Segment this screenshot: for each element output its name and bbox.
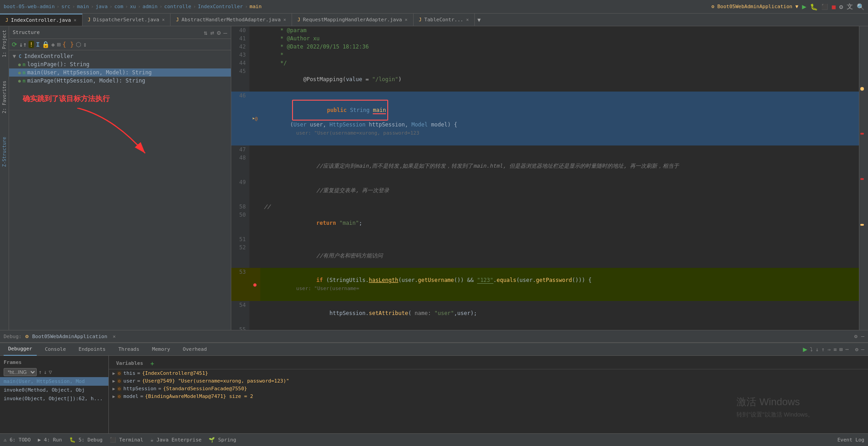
tab-close-icon[interactable]: × [73, 18, 76, 23]
top-bar: boot-05-web-admin › src › main › java › … [0, 0, 868, 14]
sort-az-icon[interactable]: ⇄ [210, 29, 214, 36]
tab-requestmapping[interactable]: J RequestMappingHandlerAdapter.java × [292, 14, 414, 26]
breadcrumb-item[interactable]: com [114, 4, 123, 10]
run-button[interactable]: ▶ [802, 2, 806, 11]
tab-close-icon[interactable]: × [283, 17, 286, 22]
var-value-model: {BindingAwareModelMap@7471} size = 2 [145, 393, 253, 399]
status-todo[interactable]: ⚠ 6: TODO [4, 437, 31, 443]
status-java-enterprise[interactable]: ☕ Java Enterprise [151, 437, 202, 443]
breakpoint-icon[interactable]: ● [253, 281, 256, 289]
settings-icon[interactable]: ⚙ [839, 3, 843, 10]
status-spring[interactable]: 🌱 Spring [209, 437, 236, 443]
frame-item-invoke0[interactable]: invoke0(Method, Object, Obj [0, 386, 108, 394]
debug-frames-btn[interactable]: ⊞ [839, 346, 843, 353]
breadcrumb-item[interactable]: src [61, 4, 70, 10]
breadcrumb-item[interactable]: java [96, 4, 108, 10]
debug-panel-settings[interactable]: ⚙ [854, 333, 858, 339]
tab-close-icon[interactable]: × [162, 17, 165, 22]
frame-filter-dropdown[interactable]: *ht...ING [4, 368, 37, 376]
tree-method-mianpage[interactable]: ● m mianPage(HttpSession, Model): String [9, 77, 231, 85]
breadcrumb-item[interactable]: main [77, 4, 89, 10]
add-variable-btn[interactable]: + [151, 360, 154, 367]
status-debug[interactable]: 🐛 5: Debug [69, 437, 103, 443]
breadcrumb-item[interactable]: controlle [164, 4, 191, 10]
debug-tab-console[interactable]: Console [40, 343, 70, 356]
tab-close-icon[interactable]: × [405, 17, 407, 22]
debug-panel-close[interactable]: — [861, 333, 864, 339]
status-run[interactable]: ▶ 4: Run [38, 437, 62, 443]
stop-button[interactable]: ■ [832, 3, 835, 10]
favorites-tab[interactable]: 2: Favorites [2, 79, 7, 115]
debug-tab-overhead[interactable]: Overhead [178, 343, 211, 356]
status-terminal[interactable]: ⬛ Terminal [110, 437, 143, 443]
debug-panel-settings-2[interactable]: ⚙ [855, 346, 858, 353]
debug-app-name[interactable]: Boot05WebAdminApplication [32, 334, 107, 339]
frame-up-btn[interactable]: ↑ [39, 369, 42, 375]
status-event-log[interactable]: Event Log [837, 437, 864, 443]
tab-dispatcherservlet[interactable]: J DispatcherServlet.java × [83, 14, 171, 26]
code-line-52: 52 //有用户名和密码方能访问 [231, 243, 859, 268]
debug-tab-endpoints[interactable]: Endpoints [74, 343, 110, 356]
toolbar-btn-6[interactable]: ◈ [51, 41, 55, 48]
frame-item-invoke[interactable]: invoke(Object, Object[]):62, h... [0, 394, 108, 403]
debug-step-over-btn[interactable]: ⤵ [810, 346, 813, 353]
expand-user[interactable]: ▶ [112, 378, 115, 383]
project-tab[interactable]: 1: Project [2, 28, 7, 59]
translate-icon[interactable]: 文 [847, 3, 853, 11]
tree-method-loginpage[interactable]: ● m loginPage(): String [9, 60, 231, 68]
expand-model[interactable]: ▶ [112, 394, 115, 399]
toolbar-btn-9[interactable]: ⬡ [76, 41, 81, 48]
tab-tablecontr[interactable]: J TableContr... × [414, 14, 475, 26]
toolbar-btn-10[interactable]: ↕ [83, 41, 87, 48]
breadcrumb-item[interactable]: boot-05-web-admin [4, 4, 55, 10]
toolbar-btn-1[interactable]: ⟳ [12, 41, 17, 48]
frame-down-btn[interactable]: ↓ [44, 369, 47, 375]
frame-item-main[interactable]: main(User, HttpSession, Mod [0, 377, 108, 386]
toolbar-btn-7[interactable]: ⊞ [57, 41, 60, 48]
expand-httpsession[interactable]: ▶ [112, 386, 115, 391]
debug-button[interactable]: 🐛 [810, 3, 818, 10]
close-structure-icon[interactable]: — [224, 29, 227, 36]
method-visibility-1: m [23, 62, 25, 67]
tab-close-icon[interactable]: × [466, 17, 469, 22]
debug-tab-memory[interactable]: Memory [147, 343, 175, 356]
code-line-48: 48 //应该重定向到main,而不是转发,如果是如下的转发，转发到了main.… [231, 154, 859, 178]
tree-root[interactable]: ▼ C IndexController [9, 52, 231, 60]
tree-method-main[interactable]: ● m main(User, HttpSession, Model): Stri… [9, 68, 231, 77]
debug-run-cursor-btn[interactable]: ⇒ [828, 346, 831, 353]
debug-evaluate-btn[interactable]: ≡ [834, 346, 837, 353]
debug-panel-minimize[interactable]: — [861, 346, 864, 353]
debug-step-out-btn[interactable]: ↑ [821, 346, 824, 353]
app-selector[interactable]: ⚙ Boot05WebAdminApplication ▼ [711, 4, 798, 10]
settings-structure-icon[interactable]: ⚙ [217, 29, 220, 36]
code-editor[interactable]: 40 * @param 41 * @Author xu 42 * @Date 2… [231, 26, 859, 330]
breadcrumb-item-class[interactable]: IndexController [198, 4, 243, 10]
debug-resume-btn[interactable]: ▶ [803, 345, 807, 354]
breadcrumb-item[interactable]: xu [130, 4, 136, 10]
breadcrumb-item[interactable]: admin [142, 4, 157, 10]
toolbar-btn-4[interactable]: I [36, 41, 39, 48]
frame-filter: *ht...ING ↑ ↓ ▽ [0, 367, 108, 377]
expand-this[interactable]: ▶ [112, 371, 115, 376]
breadcrumb-item-method[interactable]: main [249, 4, 262, 10]
tab-indexcontroller[interactable]: J IndexController.java × [0, 14, 83, 26]
code-line-55: 55 return "redirect:/main.html"; [231, 325, 859, 330]
debug-step-into-btn[interactable]: ↓ [815, 346, 819, 353]
structure-tab[interactable]: Z-Structure [2, 135, 7, 169]
debug-session-close[interactable]: × [113, 334, 116, 339]
sort-icon[interactable]: ⇅ [204, 29, 207, 36]
toolbar-btn-8[interactable]: { } [63, 41, 74, 48]
tab-overflow-icon[interactable]: ▼ [475, 17, 483, 23]
method-name-1: loginPage(): String [27, 61, 89, 68]
debug-tab-threads[interactable]: Threads [114, 343, 144, 356]
toolbar-btn-3[interactable]: ! [29, 41, 34, 48]
tab-abstracthandler[interactable]: J AbstractHandlerMethodAdapter.java × [171, 14, 292, 26]
frame-filter-btn[interactable]: ▽ [49, 369, 52, 375]
toolbar-btn-2[interactable]: ↓↑ [19, 41, 27, 48]
main-layout: 1: Project 2: Favorites Z-Structure Stru… [0, 26, 868, 330]
coverage-button[interactable]: ⬛ [821, 4, 828, 10]
debug-tab-debugger[interactable]: Debugger [4, 343, 37, 356]
debug-extra-btn[interactable]: ⋯ [845, 346, 848, 353]
toolbar-btn-5[interactable]: 🔒 [42, 41, 49, 48]
search-icon[interactable]: 🔍 [857, 3, 864, 10]
